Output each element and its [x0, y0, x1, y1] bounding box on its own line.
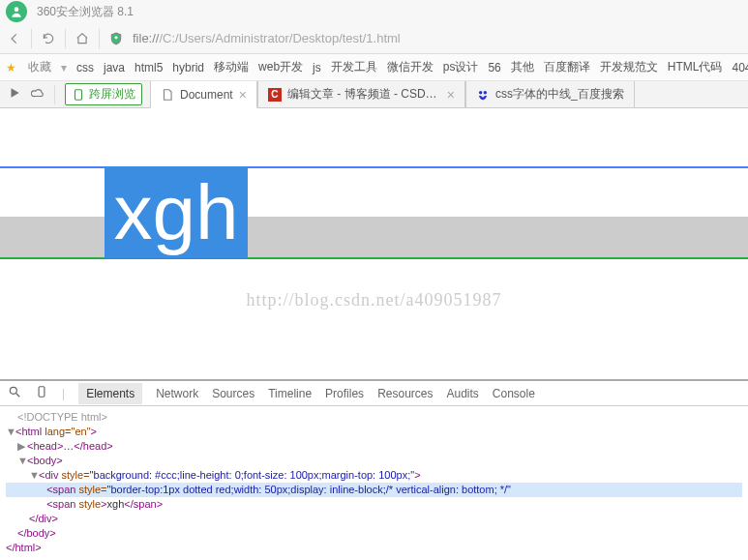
- highlight-border-line: [0, 258, 748, 259]
- url-scheme: file://: [133, 31, 159, 45]
- dom-div-close[interactable]: </div>: [6, 512, 742, 526]
- tab-label: 编辑文章 - 博客频道 - CSDN.N: [287, 86, 441, 103]
- dom-head[interactable]: ▶<head>…</head>: [6, 439, 742, 454]
- bookmark-item[interactable]: html5: [135, 61, 163, 74]
- svg-rect-7: [39, 387, 45, 398]
- dom-span-selected[interactable]: <span style="border-top:1px dotted red;w…: [6, 483, 742, 497]
- tab-document[interactable]: Document ×: [150, 81, 257, 108]
- bookmark-item[interactable]: 开发规范文: [600, 59, 658, 75]
- svg-rect-2: [75, 89, 82, 100]
- url-input[interactable]: file:///C:/Users/Administrator/Desktop/t…: [133, 31, 742, 45]
- devtools-panel: | Elements Network Sources Timeline Prof…: [0, 379, 748, 560]
- dom-html-close[interactable]: </html>: [6, 541, 742, 555]
- tab-label: Document: [180, 88, 233, 102]
- divider: [54, 85, 55, 104]
- devtools-dom-tree[interactable]: <!DOCTYPE html> ▼<html lang="en"> ▶<head…: [0, 406, 748, 560]
- svg-point-5: [10, 387, 16, 394]
- devtools-tab-network[interactable]: Network: [156, 387, 198, 400]
- baidu-icon: [476, 88, 490, 102]
- cross-screen-label: 跨屏浏览: [89, 86, 135, 103]
- bookmark-item[interactable]: 其他: [511, 59, 534, 75]
- devtools-tab-elements[interactable]: Elements: [78, 383, 142, 404]
- device-icon[interactable]: [35, 385, 48, 401]
- avatar[interactable]: [6, 1, 27, 22]
- devtools-tab-console[interactable]: Console: [493, 387, 535, 400]
- bookmark-item[interactable]: js: [313, 61, 321, 74]
- svg-point-3: [479, 90, 483, 94]
- security-shield-icon[interactable]: [107, 30, 125, 47]
- divider: [31, 29, 32, 48]
- tab-label: css字体的中线_百度搜索: [495, 86, 624, 103]
- chevron-down-icon: ▾: [61, 61, 67, 74]
- dom-html-open[interactable]: ▼<html lang="en">: [6, 425, 742, 439]
- devtools-tab-resources[interactable]: Resources: [377, 387, 433, 400]
- address-bar: file:///C:/Users/Administrator/Desktop/t…: [0, 23, 748, 54]
- devtools-tab-profiles[interactable]: Profiles: [325, 387, 364, 400]
- search-icon[interactable]: [8, 385, 21, 401]
- dom-span-xgh[interactable]: <span style>xgh</span>: [6, 497, 742, 512]
- bookmark-item[interactable]: 开发工具: [331, 59, 377, 75]
- dom-div-open[interactable]: ▼<div style="background: #ccc;line-heigh…: [6, 468, 742, 483]
- play-icon[interactable]: [8, 86, 21, 103]
- url-path: /C:/Users/Administrator/Desktop/test/1.h…: [159, 31, 400, 45]
- bookmark-item[interactable]: ps设计: [443, 59, 479, 75]
- tab-strip: 跨屏浏览 Document × C 编辑文章 - 博客频道 - CSDN.N ×…: [0, 81, 748, 108]
- bookmark-item[interactable]: java: [104, 61, 125, 74]
- title-bar: 360安全浏览器 8.1: [0, 0, 748, 23]
- bookmark-item[interactable]: 56: [488, 61, 500, 74]
- star-icon: ★: [6, 61, 16, 74]
- window-title: 360安全浏览器 8.1: [37, 4, 134, 20]
- watermark: http://blog.csdn.net/a409051987: [0, 290, 748, 310]
- document-icon: [161, 88, 174, 102]
- devtools-tab-audits[interactable]: Audits: [446, 387, 478, 400]
- svg-point-4: [483, 90, 487, 94]
- page-viewport: xgh http://blog.csdn.net/a409051987: [0, 108, 748, 379]
- tab-baidu[interactable]: css字体的中线_百度搜索: [465, 81, 635, 107]
- bookmark-item[interactable]: 移动端: [214, 59, 249, 75]
- close-icon[interactable]: ×: [239, 87, 247, 103]
- close-icon[interactable]: ×: [447, 87, 455, 103]
- svg-marker-1: [12, 88, 19, 97]
- home-button[interactable]: [74, 30, 91, 47]
- cloud-icon[interactable]: [31, 86, 45, 103]
- bookmark-item[interactable]: web开发: [258, 59, 303, 75]
- rendered-span-xgh: xgh: [105, 166, 248, 258]
- dom-doctype[interactable]: <!DOCTYPE html>: [6, 410, 742, 425]
- bookmark-item[interactable]: 404: [732, 61, 748, 74]
- devtools-tabs: | Elements Network Sources Timeline Prof…: [0, 381, 748, 406]
- rendered-text: xgh: [114, 174, 239, 251]
- bookmark-item[interactable]: hybrid: [172, 61, 204, 74]
- bookmarks-bar: ★ 收藏 ▾ css java html5 hybrid 移动端 web开发 j…: [0, 54, 748, 81]
- devtools-tab-sources[interactable]: Sources: [212, 387, 254, 400]
- bookmark-item[interactable]: 微信开发: [387, 59, 434, 75]
- divider: [65, 29, 66, 48]
- tab-csdn[interactable]: C 编辑文章 - 博客频道 - CSDN.N ×: [257, 81, 465, 107]
- devtools-tab-timeline[interactable]: Timeline: [268, 387, 312, 400]
- bookmark-item[interactable]: 百度翻译: [544, 59, 590, 75]
- back-button[interactable]: [6, 30, 23, 47]
- svg-line-6: [16, 394, 20, 398]
- dom-body-open[interactable]: ▼<body>: [6, 454, 742, 468]
- bookmark-item[interactable]: css: [76, 61, 94, 74]
- bookmarks-label[interactable]: 收藏: [28, 59, 51, 75]
- dom-body-close[interactable]: </body>: [6, 526, 742, 541]
- bookmark-item[interactable]: HTML代码: [668, 59, 723, 75]
- cross-screen-button[interactable]: 跨屏浏览: [65, 83, 142, 105]
- divider: [99, 29, 100, 48]
- csdn-icon: C: [268, 88, 282, 102]
- reload-button[interactable]: [40, 30, 57, 47]
- svg-point-0: [15, 7, 19, 12]
